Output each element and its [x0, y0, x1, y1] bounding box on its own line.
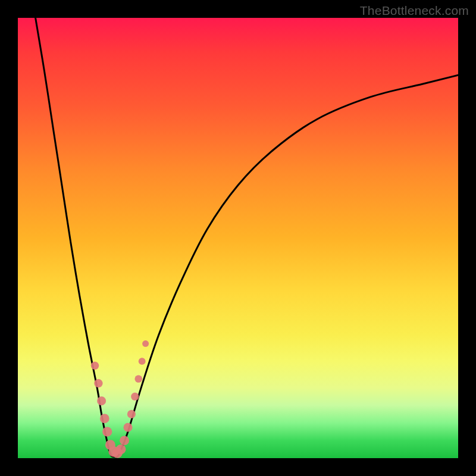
highlight-dot	[94, 379, 102, 387]
highlight-dot	[116, 444, 126, 455]
highlight-dot	[124, 423, 133, 432]
plot-area	[18, 18, 458, 458]
curve-layer	[18, 18, 458, 458]
watermark-text: TheBottleneck.com	[360, 4, 469, 18]
highlight-dot	[120, 436, 129, 446]
highlight-dot	[97, 396, 106, 405]
chart-frame: TheBottleneck.com	[0, 0, 476, 476]
highlight-dot	[127, 410, 136, 418]
highlight-dot	[142, 340, 149, 347]
bottleneck-curve	[36, 18, 458, 457]
highlight-dot	[134, 375, 142, 383]
highlight-dot	[100, 414, 109, 424]
highlight-dot	[102, 427, 112, 436]
highlight-dot	[91, 362, 99, 370]
highlight-dot	[139, 358, 146, 365]
highlight-dot	[131, 393, 139, 400]
